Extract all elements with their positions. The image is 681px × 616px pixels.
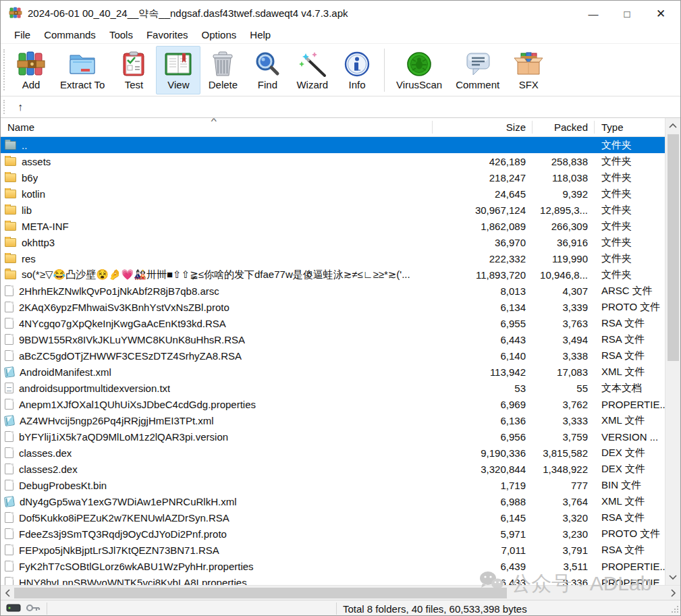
table-row[interactable]: Dof5Kukko8iPEZuK2w7KENUwlAZDrSyn.RSA6,14… — [1, 509, 666, 526]
toolbar-test-button[interactable]: Test — [111, 46, 156, 94]
file-size: 6,439 — [433, 561, 533, 572]
table-row[interactable]: classes2.dex3,320,8441,348,922DEX 文件 — [1, 461, 666, 477]
menu-help[interactable]: Help — [243, 28, 277, 42]
toolbar-info-button[interactable]: Info — [335, 46, 379, 94]
file-icon — [5, 577, 13, 585]
file-type: DEX 文件 — [595, 447, 666, 459]
file-name-cell: assets — [1, 156, 433, 167]
file-packed-size: 3,336 — [533, 577, 595, 586]
scroll-right-icon[interactable] — [667, 586, 680, 600]
table-row[interactable]: bYFYlij1iX5k7aQD9MlLoM1z2lQAR3pi.version… — [1, 428, 666, 445]
menu-options[interactable]: Options — [195, 28, 244, 42]
resize-grip[interactable] — [671, 604, 679, 615]
scroll-left-icon[interactable] — [1, 586, 14, 600]
table-row[interactable]: okhttp336,97036,916文件夹 — [1, 234, 666, 250]
file-type: 文件夹 — [595, 204, 666, 217]
toolbar-comment-button[interactable]: Comment — [449, 46, 506, 94]
table-row[interactable]: AZ4WHvcij5ngp26Pq4jRRjgjHmEI3TPt.xml6,13… — [1, 412, 666, 428]
table-row[interactable]: b6y218,247118,038文件夹 — [1, 169, 666, 186]
file-name: so(*≥▽😂凸沙壁😵🤌💗🎎卅卌■⇧⇧≩≤你啥的发下dfae77w是傻逼蛙泳≳≠… — [22, 269, 410, 281]
file-packed-size: 3,763 — [533, 318, 595, 329]
table-row[interactable]: 9BDW155Rx8IVkJKLuYWMC8KUnK8uHhsR.RSA6,44… — [1, 331, 666, 347]
toolbar-virusscan-button[interactable]: VirusScan — [389, 46, 449, 94]
table-row[interactable]: androidsupportmultidexversion.txt5355文本文… — [1, 380, 666, 396]
toolbar-button-label: Info — [349, 79, 366, 90]
table-row[interactable]: 4NYcgqo7gXpQkeInjKwgGaAcEnKt93kd.RSA6,95… — [1, 315, 666, 331]
table-row[interactable]: FyK2hT7cSOBtlGLorz6wkABU1WzPyhHr.propert… — [1, 558, 666, 574]
table-row[interactable]: FEPxpo5jNkBjptLrSJl7KtQEZN73BN71.RSA7,01… — [1, 542, 666, 558]
table-row[interactable]: kotlin24,6459,392文件夹 — [1, 186, 666, 202]
table-row[interactable]: dNy4gGp5waY1exG7WDiAw1ePNRCuRlkH.xml6,98… — [1, 493, 666, 509]
table-row[interactable]: ..文件夹 — [1, 137, 666, 153]
file-name-cell: okhttp3 — [1, 237, 433, 248]
table-row[interactable]: AndroidManifest.xml113,94217,083XML 文件 — [1, 364, 666, 380]
file-type: BIN 文件 — [595, 479, 666, 492]
toolbar-sfx-button[interactable]: SFX — [506, 46, 551, 94]
menu-favorites[interactable]: Favorites — [140, 28, 195, 42]
table-row[interactable]: Anepm1XJfOXal1QUhUiXsJDbeC4cdGdg.propert… — [1, 396, 666, 412]
file-size: 113,942 — [433, 366, 533, 378]
maximize-button[interactable]: □ — [610, 1, 644, 26]
table-row[interactable]: 2KAqX6ypzFMhwaiSv3KBnhYstVxNsZBl.proto6,… — [1, 299, 666, 315]
menu-file[interactable]: File — [7, 28, 37, 42]
file-icon — [5, 285, 13, 296]
close-button[interactable]: ✕ — [644, 1, 678, 26]
folder-icon — [5, 271, 16, 279]
file-list-header: Name ^ Size Packed Type — [1, 118, 666, 137]
file-packed-size: 55 — [533, 383, 595, 394]
column-header-size[interactable]: Size — [433, 118, 533, 136]
horizontal-scrollbar[interactable] — [1, 585, 680, 600]
file-packed-size: 17,083 — [533, 366, 595, 378]
delete-trash-icon — [207, 49, 238, 79]
file-name: HNY8hvLnnSBWvoWNTK5vci8KvbLA8I.propertie… — [19, 577, 247, 586]
file-name-cell: META-INF — [1, 221, 433, 232]
minimize-button[interactable]: — — [576, 1, 610, 26]
scroll-up-icon[interactable] — [665, 118, 680, 133]
file-name-cell: HNY8hvLnnSBWvoWNTK5vci8KvbLA8I.propertie… — [1, 577, 433, 586]
vertical-scroll-thumb[interactable] — [668, 134, 679, 361]
table-row[interactable]: META-INF1,862,089266,309文件夹 — [1, 218, 666, 234]
table-row[interactable]: DebugProbesKt.bin1,719777BIN 文件 — [1, 477, 666, 493]
xml-icon — [4, 415, 15, 426]
menu-bar: FileCommandsToolsFavoritesOptionsHelp — [1, 26, 680, 43]
vertical-scrollbar[interactable] — [665, 118, 680, 585]
table-row[interactable]: classes.dex9,190,3363,815,582DEX 文件 — [1, 445, 666, 461]
toolbar-extract-to-button[interactable]: Extract To — [53, 46, 111, 94]
file-name: FyK2hT7cSOBtlGLorz6wkABU1WzPyhHr.propert… — [19, 561, 254, 572]
scroll-down-icon[interactable] — [665, 570, 680, 585]
column-header-name[interactable]: Name ^ — [1, 118, 433, 136]
toolbar-delete-button[interactable]: Delete — [200, 46, 245, 94]
toolbar-view-button[interactable]: View — [156, 46, 200, 94]
table-row[interactable]: FdeeZs3j9SmTQ3Rqdj9OyCdJYoDi2Pnf.proto5,… — [1, 526, 666, 542]
table-row[interactable]: 2HhrhEkZNwlkQvPo1jNkAbf2R8jB7qb8.arsc8,0… — [1, 283, 666, 299]
column-header-type[interactable]: Type — [595, 118, 666, 136]
toolbar-add-button[interactable]: Add — [9, 46, 53, 94]
column-header-packed[interactable]: Packed — [533, 118, 595, 136]
menu-commands[interactable]: Commands — [37, 28, 103, 42]
table-row[interactable]: lib30,967,12412,895,3...文件夹 — [1, 202, 666, 218]
table-row[interactable]: res222,332119,990文件夹 — [1, 250, 666, 267]
file-type: 文件夹 — [595, 155, 666, 168]
table-row[interactable]: so(*≥▽😂凸沙壁😵🤌💗🎎卅卌■⇧⇧≩≤你啥的发下dfae77w是傻逼蛙泳≳≠… — [1, 267, 666, 283]
toolbar-find-button[interactable]: Find — [245, 46, 290, 94]
window-title: 2024-06-01 00_40_24__약속__ndgsaf.dasf43tw… — [28, 7, 348, 20]
file-icon — [5, 464, 13, 474]
file-size: 7,011 — [433, 544, 533, 556]
file-type: PROTO 文件 — [595, 301, 666, 314]
file-type: RSA 文件 — [595, 511, 666, 524]
toolbar-wizard-button[interactable]: Wizard — [290, 46, 335, 94]
toolbar-separator — [384, 49, 385, 92]
table-row[interactable]: assets426,189258,838文件夹 — [1, 153, 666, 169]
menu-tools[interactable]: Tools — [103, 28, 140, 42]
key-icon[interactable] — [25, 602, 41, 616]
table-row[interactable]: HNY8hvLnnSBWvoWNTK5vci8KvbLA8I.propertie… — [1, 574, 666, 585]
up-directory-button[interactable]: ↑ — [10, 99, 30, 116]
toolbar-button-label: Add — [22, 79, 40, 90]
drive-icon[interactable] — [6, 602, 21, 616]
horizontal-scroll-thumb[interactable] — [14, 588, 507, 598]
file-name-cell: classes2.dex — [1, 464, 433, 475]
file-list: ..文件夹assets426,189258,838文件夹b6y218,24711… — [1, 137, 666, 585]
file-name-cell: FdeeZs3j9SmTQ3Rqdj9OyCdJYoDi2Pnf.proto — [1, 528, 433, 540]
table-row[interactable]: aBcZC5gdOTjZHWWF3CESzDTZ4SrhyZA8.RSA6,14… — [1, 347, 666, 364]
file-size: 6,956 — [433, 431, 533, 443]
